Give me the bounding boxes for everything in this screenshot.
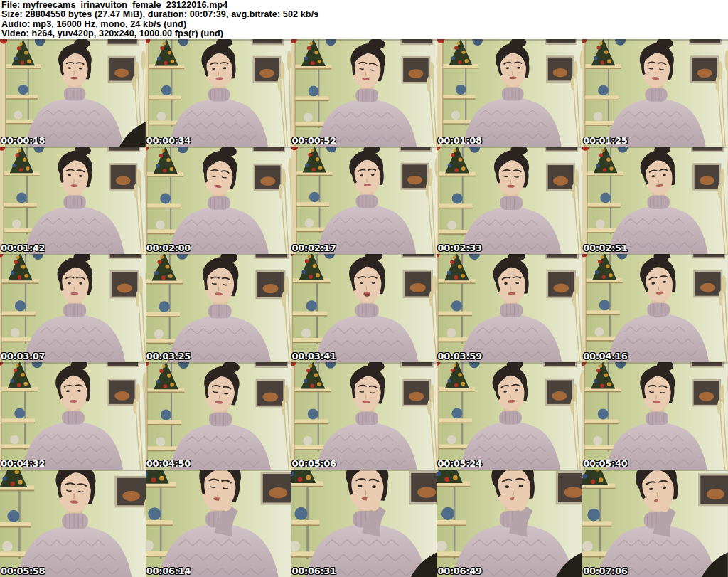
metadata-header: File: myfreecams_irinavuiton_female_2312… bbox=[0, 0, 728, 39]
video-thumbnail: 00:01:42 bbox=[0, 147, 146, 254]
webcam-frame-placeholder bbox=[582, 147, 728, 254]
webcam-frame-placeholder bbox=[291, 147, 437, 254]
timestamp-label: 00:03:25 bbox=[146, 351, 191, 362]
webcam-frame-placeholder bbox=[582, 254, 728, 361]
timestamp-label: 00:06:49 bbox=[437, 566, 481, 577]
webcam-frame-placeholder bbox=[146, 254, 291, 361]
video-thumbnail: 00:03:25 bbox=[146, 254, 291, 361]
video-contact-sheet: File: myfreecams_irinavuiton_female_2312… bbox=[0, 0, 728, 577]
webcam-frame-placeholder bbox=[437, 362, 582, 470]
timestamp-label: 00:02:33 bbox=[437, 243, 481, 254]
webcam-frame-placeholder bbox=[0, 39, 146, 147]
video-thumbnail: 00:01:08 bbox=[437, 39, 582, 147]
video-thumbnail: 00:06:14 bbox=[146, 470, 291, 577]
webcam-frame-placeholder bbox=[146, 147, 291, 254]
timestamp-label: 00:01:25 bbox=[583, 135, 627, 147]
timestamp-label: 00:05:06 bbox=[292, 458, 336, 470]
timestamp-label: 00:06:14 bbox=[146, 566, 191, 577]
video-thumbnail: 00:04:32 bbox=[0, 362, 146, 470]
timestamp-label: 00:00:52 bbox=[292, 135, 336, 147]
timestamp-label: 00:01:08 bbox=[437, 135, 481, 147]
webcam-frame-placeholder bbox=[437, 254, 582, 361]
timestamp-label: 00:05:58 bbox=[1, 566, 45, 577]
metadata-line-size: Size: 28804550 bytes (27.47 MiB), durati… bbox=[1, 10, 728, 19]
webcam-frame-placeholder bbox=[291, 362, 437, 470]
webcam-frame-placeholder bbox=[291, 39, 437, 147]
webcam-frame-placeholder bbox=[0, 470, 146, 577]
metadata-line-file: File: myfreecams_irinavuiton_female_2312… bbox=[1, 1, 728, 10]
video-thumbnail: 00:07:06 bbox=[582, 470, 728, 577]
webcam-frame-placeholder bbox=[437, 147, 582, 254]
video-thumbnail: 00:05:24 bbox=[437, 362, 582, 470]
webcam-frame-placeholder bbox=[291, 254, 437, 361]
webcam-frame-placeholder bbox=[291, 470, 437, 577]
webcam-frame-placeholder bbox=[146, 470, 291, 577]
webcam-frame-placeholder bbox=[146, 39, 291, 147]
timestamp-label: 00:03:59 bbox=[437, 351, 481, 362]
metadata-line-audio: Audio: mp3, 16000 Hz, mono, 24 kb/s (und… bbox=[1, 20, 728, 29]
video-thumbnail: 00:00:34 bbox=[146, 39, 291, 147]
video-thumbnail: 00:03:07 bbox=[0, 254, 146, 361]
video-thumbnail: 00:04:16 bbox=[582, 254, 728, 361]
timestamp-label: 00:02:00 bbox=[146, 243, 191, 254]
video-thumbnail: 00:05:06 bbox=[291, 362, 437, 470]
video-thumbnail: 00:06:49 bbox=[437, 470, 582, 577]
timestamp-label: 00:01:42 bbox=[1, 243, 45, 254]
webcam-frame-placeholder bbox=[582, 39, 728, 147]
timestamp-label: 00:03:41 bbox=[292, 351, 336, 362]
timestamp-label: 00:05:24 bbox=[437, 458, 481, 470]
timestamp-label: 00:02:51 bbox=[583, 243, 627, 254]
timestamp-label: 00:04:16 bbox=[583, 351, 627, 362]
timestamp-label: 00:07:06 bbox=[583, 566, 627, 577]
webcam-frame-placeholder bbox=[437, 470, 582, 577]
video-thumbnail: 00:02:17 bbox=[291, 147, 437, 254]
video-thumbnail: 00:00:18 bbox=[0, 39, 146, 147]
timestamp-label: 00:00:34 bbox=[146, 135, 191, 147]
webcam-frame-placeholder bbox=[146, 362, 291, 470]
webcam-frame-placeholder bbox=[582, 470, 728, 577]
video-thumbnail: 00:06:31 bbox=[291, 470, 437, 577]
webcam-frame-placeholder bbox=[0, 147, 146, 254]
video-thumbnail: 00:04:50 bbox=[146, 362, 291, 470]
webcam-frame-placeholder bbox=[582, 362, 728, 470]
timestamp-label: 00:06:31 bbox=[292, 566, 336, 577]
video-thumbnail: 00:05:58 bbox=[0, 470, 146, 577]
timestamp-label: 00:04:32 bbox=[1, 458, 45, 470]
video-thumbnail: 00:02:51 bbox=[582, 147, 728, 254]
timestamp-label: 00:03:07 bbox=[1, 351, 45, 362]
webcam-frame-placeholder bbox=[437, 39, 582, 147]
video-thumbnail: 00:03:41 bbox=[291, 254, 437, 361]
metadata-line-video: Video: h264, yuv420p, 320x240, 1000.00 f… bbox=[1, 29, 728, 38]
video-thumbnail: 00:02:33 bbox=[437, 147, 582, 254]
timestamp-label: 00:00:18 bbox=[1, 135, 45, 147]
video-thumbnail: 00:01:25 bbox=[582, 39, 728, 147]
video-thumbnail: 00:05:40 bbox=[582, 362, 728, 470]
webcam-frame-placeholder bbox=[0, 254, 146, 361]
timestamp-label: 00:04:50 bbox=[146, 458, 191, 470]
timestamp-label: 00:05:40 bbox=[583, 458, 627, 470]
video-thumbnail: 00:02:00 bbox=[146, 147, 291, 254]
webcam-frame-placeholder bbox=[0, 362, 146, 470]
thumbnail-grid: 00:00:18 bbox=[0, 39, 728, 577]
timestamp-label: 00:02:17 bbox=[292, 243, 336, 254]
video-thumbnail: 00:00:52 bbox=[291, 39, 437, 147]
video-thumbnail: 00:03:59 bbox=[437, 254, 582, 361]
